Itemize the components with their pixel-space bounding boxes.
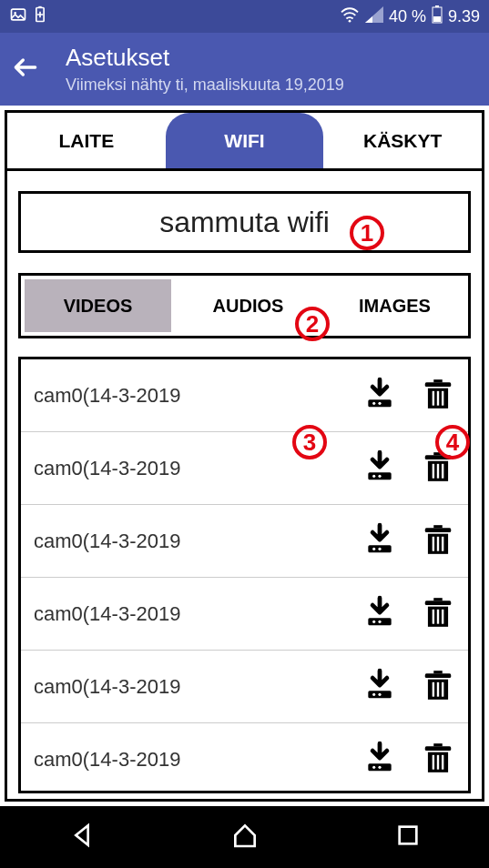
svg-rect-12 [425, 382, 452, 387]
file-name: cam0(14-3-2019 [34, 457, 362, 480]
list-item: cam0(14-3-2019 [21, 359, 468, 432]
page-title: Asetukset [66, 44, 344, 72]
svg-rect-24 [437, 463, 439, 478]
nav-recent-icon[interactable] [393, 821, 423, 853]
svg-rect-14 [433, 390, 434, 405]
svg-rect-15 [437, 390, 439, 405]
svg-rect-16 [442, 390, 443, 405]
svg-rect-33 [437, 536, 439, 550]
delete-icon[interactable] [421, 595, 455, 633]
content-frame: LAITE WIFI KÄSKYT sammuta wifi VIDEOS AU… [5, 110, 484, 802]
delete-icon[interactable] [421, 377, 455, 415]
svg-point-28 [378, 547, 381, 550]
download-icon[interactable] [362, 522, 397, 560]
file-name: cam0(14-3-2019 [34, 530, 362, 553]
delete-icon[interactable] [421, 522, 455, 560]
media-tab-images[interactable]: IMAGES [321, 276, 468, 336]
svg-rect-50 [433, 681, 434, 696]
file-list[interactable]: cam0(14-3-2019 cam0(14-3-2019 cam0(14-3-… [18, 357, 471, 793]
tab-device[interactable]: LAITE [7, 113, 166, 168]
svg-rect-13 [433, 379, 443, 382]
svg-point-4 [349, 19, 351, 22]
svg-rect-62 [399, 827, 416, 844]
list-item: cam0(14-3-2019 [21, 578, 468, 651]
download-icon[interactable] [362, 595, 397, 633]
svg-rect-32 [433, 536, 434, 550]
svg-point-9 [372, 401, 375, 404]
svg-point-27 [372, 547, 375, 550]
list-item: cam0(14-3-2019 [21, 723, 468, 793]
svg-point-19 [378, 474, 381, 477]
status-bar: 40 % 9.39 [0, 0, 489, 33]
svg-rect-48 [425, 673, 452, 678]
screenshot-icon [9, 5, 27, 28]
download-icon[interactable] [362, 377, 397, 415]
clock: 9.39 [448, 7, 480, 26]
delete-icon[interactable] [421, 741, 455, 779]
annotation-4: 4 [435, 425, 470, 459]
svg-rect-7 [433, 16, 441, 22]
svg-rect-39 [425, 601, 452, 605]
page-subtitle: Viimeksi nähty ti, maaliskuuta 19,2019 [66, 76, 344, 95]
download-icon[interactable] [362, 449, 397, 488]
file-name: cam0(14-3-2019 [34, 748, 362, 772]
battery-plus-icon [33, 5, 47, 28]
media-tab-videos[interactable]: VIDEOS [25, 279, 171, 332]
list-item: cam0(14-3-2019 [21, 505, 468, 578]
svg-rect-3 [38, 5, 41, 7]
wifi-icon [340, 6, 360, 27]
file-name: cam0(14-3-2019 [34, 675, 362, 699]
svg-rect-43 [442, 609, 443, 623]
svg-point-46 [378, 692, 381, 695]
svg-point-10 [378, 401, 381, 404]
nav-home-icon[interactable] [230, 821, 260, 853]
annotation-2: 2 [295, 307, 330, 341]
annotation-3: 3 [292, 425, 327, 459]
file-name: cam0(14-3-2019 [34, 602, 362, 626]
svg-point-18 [372, 474, 375, 477]
app-bar: Asetukset Viimeksi nähty ti, maaliskuuta… [0, 33, 489, 106]
annotation-1: 1 [350, 216, 384, 250]
svg-rect-61 [442, 754, 443, 769]
svg-rect-23 [433, 463, 434, 478]
file-name: cam0(14-3-2019 [34, 384, 362, 408]
svg-point-45 [372, 692, 375, 695]
list-item: cam0(14-3-2019 [21, 651, 468, 723]
svg-rect-57 [425, 746, 452, 751]
svg-rect-58 [433, 743, 443, 746]
svg-rect-49 [433, 671, 443, 673]
svg-rect-25 [442, 463, 443, 478]
svg-rect-52 [442, 681, 443, 696]
download-icon[interactable] [362, 668, 397, 706]
svg-rect-40 [433, 598, 443, 601]
wifi-toggle-box[interactable]: sammuta wifi [18, 191, 471, 253]
tab-commands[interactable]: KÄSKYT [323, 113, 482, 168]
svg-point-54 [372, 765, 375, 768]
svg-point-55 [378, 765, 381, 768]
battery-icon [432, 5, 443, 28]
media-tabs: VIDEOS AUDIOS IMAGES [18, 273, 471, 338]
delete-icon[interactable] [421, 668, 455, 706]
nav-back-icon[interactable] [67, 821, 97, 853]
svg-point-36 [372, 620, 375, 622]
main-tabs: LAITE WIFI KÄSKYT [7, 113, 482, 171]
back-button[interactable] [11, 53, 40, 86]
svg-rect-60 [437, 754, 439, 769]
list-item: cam0(14-3-2019 [21, 432, 468, 505]
wifi-toggle-label: sammuta wifi [159, 206, 330, 239]
download-icon[interactable] [362, 741, 397, 779]
tab-wifi[interactable]: WIFI [166, 113, 324, 168]
battery-percent: 40 % [389, 7, 426, 26]
svg-rect-6 [435, 5, 439, 7]
svg-rect-59 [433, 754, 434, 769]
signal-icon [365, 6, 383, 27]
svg-rect-41 [433, 609, 434, 623]
svg-point-37 [378, 620, 381, 622]
svg-rect-31 [433, 525, 443, 528]
svg-rect-51 [437, 681, 439, 696]
android-nav-bar [0, 806, 489, 868]
svg-rect-30 [425, 528, 452, 532]
svg-rect-42 [437, 609, 439, 623]
svg-rect-34 [442, 536, 443, 550]
